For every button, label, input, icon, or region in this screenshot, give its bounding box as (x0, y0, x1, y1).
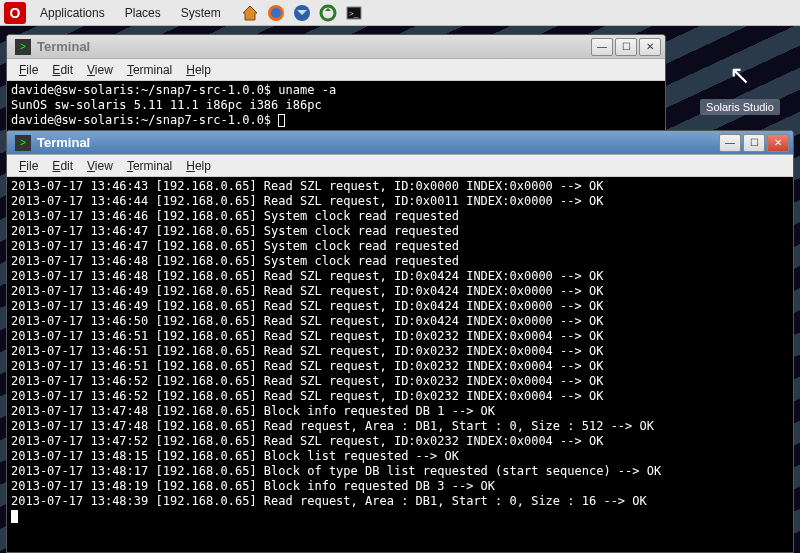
menu-terminal[interactable]: Terminal (121, 157, 178, 175)
terminal-window-background[interactable]: > Terminal — ☐ ✕ File Edit View Terminal… (6, 34, 666, 132)
panel-launchers: >_ (239, 2, 365, 24)
window-title: Terminal (37, 135, 719, 150)
menu-file[interactable]: File (13, 157, 44, 175)
svg-text:>_: >_ (349, 9, 359, 18)
terminal-icon: > (15, 39, 31, 55)
svg-point-1 (271, 8, 281, 18)
panel-system[interactable]: System (173, 2, 229, 24)
firefox-icon[interactable] (265, 2, 287, 24)
titlebar[interactable]: > Terminal — ☐ ✕ (7, 131, 793, 155)
terminal-launcher-icon[interactable]: >_ (343, 2, 365, 24)
menubar: File Edit View Terminal Help (7, 59, 665, 81)
desktop-panel: O Applications Places System >_ (0, 0, 800, 26)
update-icon[interactable] (317, 2, 339, 24)
menu-view[interactable]: View (81, 157, 119, 175)
maximize-button[interactable]: ☐ (743, 134, 765, 152)
menu-edit[interactable]: Edit (46, 61, 79, 79)
desktop-shortcut-solaris-studio[interactable]: ↖ Solaris Studio (700, 55, 780, 115)
menu-help[interactable]: Help (180, 157, 217, 175)
terminal-output[interactable]: davide@sw-solaris:~/snap7-src-1.0.0$ una… (7, 81, 665, 131)
maximize-button[interactable]: ☐ (615, 38, 637, 56)
titlebar[interactable]: > Terminal — ☐ ✕ (7, 35, 665, 59)
home-icon[interactable] (239, 2, 261, 24)
oracle-logo-icon[interactable]: O (4, 2, 26, 24)
cursor-icon: ↖ (720, 55, 760, 95)
panel-menu: Applications Places System (32, 2, 229, 24)
desktop-shortcut-label: Solaris Studio (700, 99, 780, 115)
menu-file[interactable]: File (13, 61, 44, 79)
window-title: Terminal (37, 39, 591, 54)
menu-view[interactable]: View (81, 61, 119, 79)
terminal-window-foreground[interactable]: > Terminal — ☐ ✕ File Edit View Terminal… (6, 130, 794, 553)
panel-places[interactable]: Places (117, 2, 169, 24)
terminal-icon: > (15, 135, 31, 151)
menu-edit[interactable]: Edit (46, 157, 79, 175)
thunderbird-icon[interactable] (291, 2, 313, 24)
menu-terminal[interactable]: Terminal (121, 61, 178, 79)
menubar: File Edit View Terminal Help (7, 155, 793, 177)
terminal-output[interactable]: 2013-07-17 13:46:43 [192.168.0.65] Read … (7, 177, 793, 552)
cursor (11, 510, 18, 523)
cursor (278, 114, 285, 127)
close-button[interactable]: ✕ (767, 134, 789, 152)
minimize-button[interactable]: — (591, 38, 613, 56)
panel-applications[interactable]: Applications (32, 2, 113, 24)
close-button[interactable]: ✕ (639, 38, 661, 56)
menu-help[interactable]: Help (180, 61, 217, 79)
minimize-button[interactable]: — (719, 134, 741, 152)
